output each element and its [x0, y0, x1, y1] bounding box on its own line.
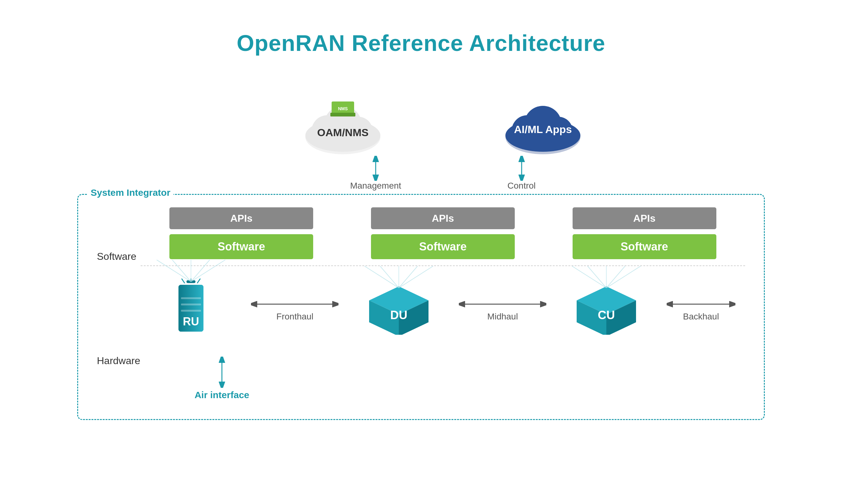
- hardware-side-label: Hardware: [97, 355, 134, 366]
- du-device: DU: [358, 285, 440, 335]
- ru-device: RU: [150, 278, 231, 341]
- midhaul-arrow: [459, 298, 546, 310]
- svg-text:CU: CU: [598, 308, 615, 322]
- du-software-bar: Software: [371, 234, 515, 259]
- management-arrow: Management: [350, 156, 401, 191]
- fronthaul-label: Fronthaul: [276, 312, 313, 322]
- ru-beams: [150, 260, 231, 282]
- svg-rect-34: [181, 310, 201, 312]
- management-label: Management: [350, 181, 401, 191]
- ru-apis-bar: APIs: [169, 208, 313, 229]
- control-arrow: Control: [508, 156, 536, 191]
- svg-line-43: [399, 266, 433, 288]
- software-side-label: Software: [97, 251, 134, 262]
- page-title: OpenRAN Reference Architecture: [237, 30, 605, 56]
- svg-rect-8: [330, 113, 355, 116]
- software-row: APIs Software APIs Soft: [141, 208, 745, 266]
- system-integrator-box: System Integrator Software Hardware APIs: [77, 194, 765, 420]
- cu-device: CU: [566, 285, 647, 335]
- svg-line-25: [191, 260, 225, 282]
- backhaul-connection: Backhaul: [667, 298, 735, 322]
- svg-rect-32: [181, 297, 201, 299]
- air-interface-arrow: [216, 357, 228, 388]
- components-area: APIs Software APIs Soft: [141, 208, 745, 400]
- svg-rect-33: [181, 304, 201, 305]
- si-label: System Integrator: [87, 187, 173, 198]
- backhaul-arrow: [667, 298, 735, 310]
- svg-text:NMS: NMS: [338, 106, 347, 111]
- cu-software-bar: Software: [572, 234, 716, 259]
- oam-label: OAM/NMS: [317, 126, 368, 139]
- control-label: Control: [508, 181, 536, 191]
- hardware-row: RU: [141, 266, 745, 354]
- svg-line-51: [572, 266, 606, 288]
- svg-line-42: [399, 266, 417, 288]
- cu-beams: [566, 266, 647, 288]
- svg-text:DU: DU: [390, 308, 407, 322]
- svg-line-22: [172, 260, 191, 282]
- svg-line-52: [588, 266, 606, 288]
- air-interface-section: Air interface: [141, 354, 745, 400]
- svg-line-21: [157, 260, 191, 282]
- ru-svg: RU: [166, 278, 216, 341]
- fronthaul-connection: Fronthaul: [251, 298, 339, 322]
- svg-line-40: [380, 266, 399, 288]
- du-software-col: APIs Software: [365, 208, 521, 259]
- svg-line-54: [606, 266, 625, 288]
- du-beams: [358, 266, 440, 288]
- aiml-label: AI/ML Apps: [514, 123, 572, 136]
- svg-line-39: [364, 266, 399, 288]
- fronthaul-arrow: [251, 298, 339, 310]
- air-interface-label: Air interface: [194, 390, 249, 400]
- ru-software-bar: Software: [169, 234, 313, 259]
- svg-line-55: [606, 266, 641, 288]
- du-apis-bar: APIs: [371, 208, 515, 229]
- cu-svg: CU: [567, 285, 646, 335]
- cu-software-col: APIs Software: [566, 208, 723, 259]
- ru-software-col: APIs Software: [163, 208, 320, 259]
- midhaul-label: Midhaul: [487, 312, 518, 322]
- svg-text:RU: RU: [183, 315, 199, 328]
- aiml-cloud: AI/ML Apps: [496, 93, 590, 156]
- diagram-area: NMS OAM/NMS AI/M: [77, 75, 765, 420]
- svg-line-24: [191, 260, 210, 282]
- du-svg: DU: [360, 285, 438, 335]
- midhaul-connection: Midhaul: [459, 298, 546, 322]
- side-labels: Software Hardware: [97, 208, 141, 400]
- page: OpenRAN Reference Architecture: [46, 18, 796, 486]
- cu-apis-bar: APIs: [572, 208, 716, 229]
- oam-cloud: NMS OAM/NMS: [296, 93, 390, 156]
- backhaul-label: Backhaul: [683, 312, 719, 322]
